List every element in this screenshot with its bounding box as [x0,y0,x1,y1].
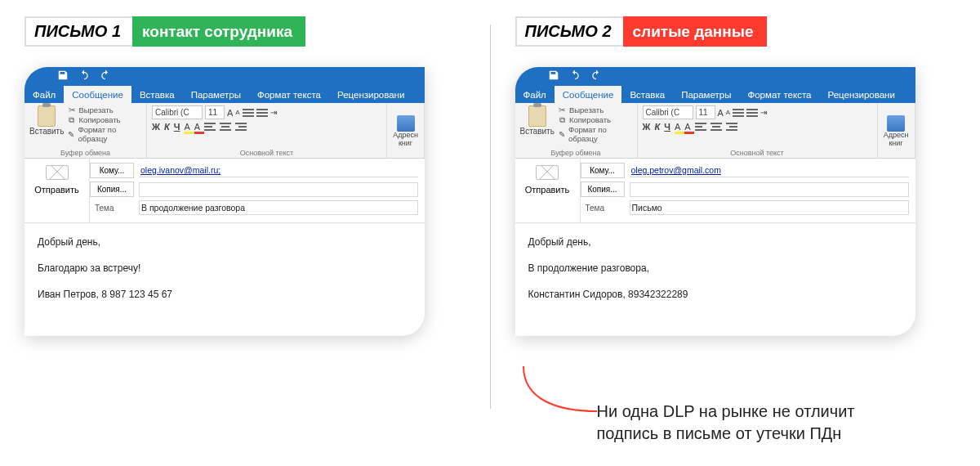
ribbon-tabs: Файл Сообщение Вставка Параметры Формат … [24,83,425,103]
cc-field[interactable] [139,182,418,197]
grow-font-icon[interactable]: A [227,108,233,118]
callout-connector-icon [515,366,605,415]
copy-button[interactable]: ⧉Копировать [67,115,141,124]
caption-line-1: Ни одна DLP на рынке не отличит [597,402,855,420]
font-name-select[interactable]: Calibri (С [643,105,693,119]
align-right-icon[interactable] [726,122,737,132]
undo-icon[interactable] [78,69,90,81]
body-line-3: Иван Петров, 8 987 123 45 67 [38,287,412,302]
highlight-button[interactable]: A [675,122,680,132]
clipboard-icon [38,105,56,127]
message-body[interactable]: Добрый день, В продолжение разговора, Ко… [515,223,915,336]
shrink-font-icon[interactable]: A [235,109,239,116]
align-left-icon[interactable] [204,122,216,132]
address-label-1: Адресн [393,131,418,139]
italic-button[interactable]: К [654,122,660,132]
copy-icon: ⧉ [67,115,76,124]
align-center-icon[interactable] [710,122,722,132]
tab-review[interactable]: Рецензировани [819,86,902,103]
envelope-icon [46,165,69,180]
cut-button[interactable]: ✂Вырезать [558,105,632,114]
shrink-font-icon[interactable]: A [726,109,730,116]
ribbon: Вставить ✂Вырезать ⧉Копировать ✎Формат п… [24,103,425,159]
bullets-icon[interactable] [243,108,254,118]
cc-button[interactable]: Копия... [581,181,625,197]
cc-button[interactable]: Копия... [90,181,134,197]
indent-icon[interactable]: ⇥ [270,108,277,117]
address-label-2: книг [399,139,412,147]
font-color-button[interactable]: A [194,122,200,132]
highlight-button[interactable]: A [184,122,189,132]
send-button[interactable]: Отправить [525,185,570,195]
email-card-1: Файл Сообщение Вставка Параметры Формат … [24,67,425,336]
subject-label: Тема [581,204,625,213]
column-right: ПИСЬМО 2 слитые данные Файл Сообщение Вс… [491,0,981,466]
tab-options[interactable]: Параметры [673,86,739,103]
format-painter-button[interactable]: ✎Формат по образцу [558,125,632,143]
cc-field[interactable] [630,182,909,197]
address-label-1: Адресн [884,131,909,139]
to-button[interactable]: Кому... [581,163,625,178]
address-book-icon[interactable] [887,115,905,132]
font-color-button[interactable]: A [684,122,690,132]
to-button[interactable]: Кому... [90,163,134,178]
tab-insert[interactable]: Вставка [621,86,673,103]
save-icon[interactable] [548,69,559,81]
cut-button[interactable]: ✂Вырезать [67,105,141,114]
brush-icon: ✎ [558,130,566,139]
font-group-label: Основной текст [152,148,381,157]
redo-icon[interactable] [590,69,602,81]
tab-format[interactable]: Формат текста [249,86,329,103]
tab-options[interactable]: Параметры [183,86,249,103]
tab-file[interactable]: Файл [24,86,64,103]
compose-header: Отправить Кому... Копия... Тема [24,159,425,223]
undo-icon[interactable] [569,69,581,81]
send-button[interactable]: Отправить [34,185,79,195]
heading-left: ПИСЬМО 1 контакт сотрудника [24,16,466,47]
font-size-select[interactable]: 11 [205,105,225,119]
underline-button[interactable]: Ч [174,122,180,132]
tab-insert[interactable]: Вставка [131,86,183,103]
font-name-select[interactable]: Calibri (С [152,105,203,119]
tab-review[interactable]: Рецензировани [329,86,412,103]
grow-font-icon[interactable]: A [718,108,724,118]
font-size-select[interactable]: 11 [696,105,715,119]
body-line-3: Константин Сидоров, 89342322289 [528,287,902,302]
numbering-icon[interactable] [746,108,758,118]
paste-button[interactable]: Вставить [29,105,64,143]
align-right-icon[interactable] [235,122,247,132]
tab-file[interactable]: Файл [515,86,555,103]
brush-icon: ✎ [67,130,75,139]
body-line-2: Благодарю за встречу! [38,261,412,276]
bold-button[interactable]: Ж [152,122,160,132]
paste-button[interactable]: Вставить [520,105,555,143]
address-book-icon[interactable] [397,115,415,132]
bold-button[interactable]: Ж [643,122,651,132]
format-painter-button[interactable]: ✎Формат по образцу [67,125,141,143]
underline-button[interactable]: Ч [664,122,670,132]
bullets-icon[interactable] [733,108,744,118]
message-body[interactable]: Добрый день, Благодарю за встречу! Иван … [24,223,425,336]
paste-label: Вставить [29,127,64,136]
badge-letter-1: ПИСЬМО 1 [24,16,132,47]
subtitle-left: контакт сотрудника [132,16,305,47]
to-field[interactable] [630,164,909,177]
copy-button[interactable]: ⧉Копировать [558,115,632,124]
window-titlebar [515,67,915,83]
tab-format[interactable]: Формат текста [739,86,819,103]
to-field[interactable] [139,164,418,177]
indent-icon[interactable]: ⇥ [760,108,767,117]
redo-icon[interactable] [100,69,111,81]
tab-message[interactable]: Сообщение [555,86,622,103]
align-left-icon[interactable] [695,122,706,132]
caption-text: Ни одна DLP на рынке не отличит подпись … [597,401,973,445]
tab-message[interactable]: Сообщение [64,86,131,103]
save-icon[interactable] [57,69,69,81]
numbering-icon[interactable] [256,108,268,118]
subject-field[interactable] [630,200,909,215]
compose-header: Отправить Кому... Копия... Тема [515,159,915,223]
subject-field[interactable] [139,200,418,215]
heading-right: ПИСЬМО 2 слитые данные [515,16,956,47]
align-center-icon[interactable] [220,122,231,132]
italic-button[interactable]: К [164,122,170,132]
